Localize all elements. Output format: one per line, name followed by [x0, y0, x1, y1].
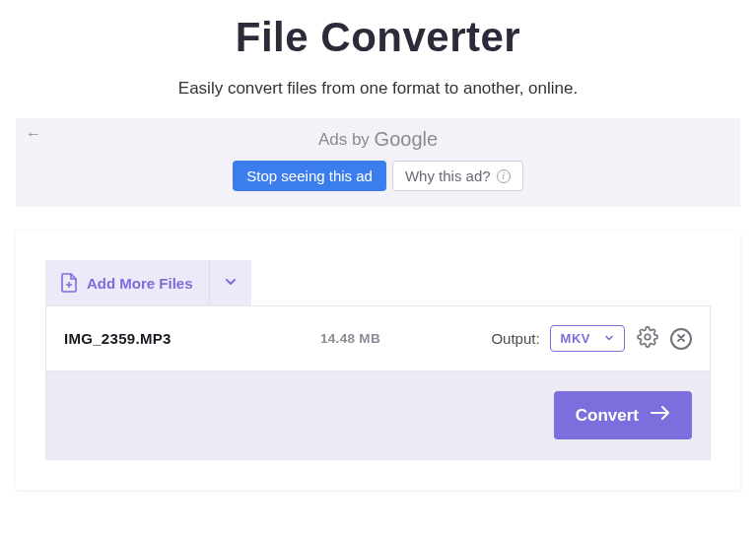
format-value: MKV — [561, 331, 590, 346]
file-size: 14.48 MB — [320, 331, 419, 346]
svg-point-0 — [645, 334, 651, 340]
ad-back-arrow-icon[interactable]: ← — [26, 126, 41, 142]
toolbar: Add More Files — [45, 260, 711, 305]
ad-buttons: Stop seeing this ad Why this ad? i — [16, 161, 740, 191]
file-row: IMG_2359.MP3 14.48 MB Output: MKV — [45, 305, 711, 371]
why-this-ad-button[interactable]: Why this ad? i — [392, 161, 523, 191]
chevron-down-icon — [604, 331, 614, 346]
info-icon: i — [497, 169, 511, 183]
file-name: IMG_2359.MP3 — [64, 330, 320, 347]
page-subtitle: Easily convert files from one format to … — [0, 79, 756, 99]
convert-button[interactable]: Convert — [554, 391, 692, 439]
add-more-files-button[interactable]: Add More Files — [45, 260, 209, 305]
format-select[interactable]: MKV — [550, 325, 625, 352]
arrow-right-icon — [651, 405, 670, 426]
page-title: File Converter — [0, 14, 756, 61]
output-controls: Output: MKV — [491, 324, 692, 353]
stop-ad-button[interactable]: Stop seeing this ad — [233, 161, 386, 191]
output-label: Output: — [491, 330, 539, 347]
convert-label: Convert — [576, 406, 639, 426]
converter-card: Add More Files IMG_2359.MP3 14.48 MB Out… — [16, 231, 740, 490]
add-more-files-dropdown[interactable] — [209, 260, 251, 305]
ad-attribution: Ads by Google — [16, 128, 740, 151]
ad-brand: Google — [375, 128, 439, 150]
ad-label-prefix: Ads by — [318, 130, 375, 149]
remove-file-button[interactable] — [670, 328, 692, 350]
ad-container: ← Ads by Google Stop seeing this ad Why … — [16, 118, 740, 207]
chevron-down-icon — [224, 275, 238, 292]
file-plus-icon — [61, 273, 77, 293]
settings-button[interactable] — [635, 324, 660, 353]
add-more-files-label: Add More Files — [87, 275, 193, 292]
why-this-ad-label: Why this ad? — [405, 167, 491, 184]
gear-icon — [637, 326, 658, 351]
convert-bar: Convert — [45, 371, 711, 460]
close-icon — [676, 331, 686, 346]
